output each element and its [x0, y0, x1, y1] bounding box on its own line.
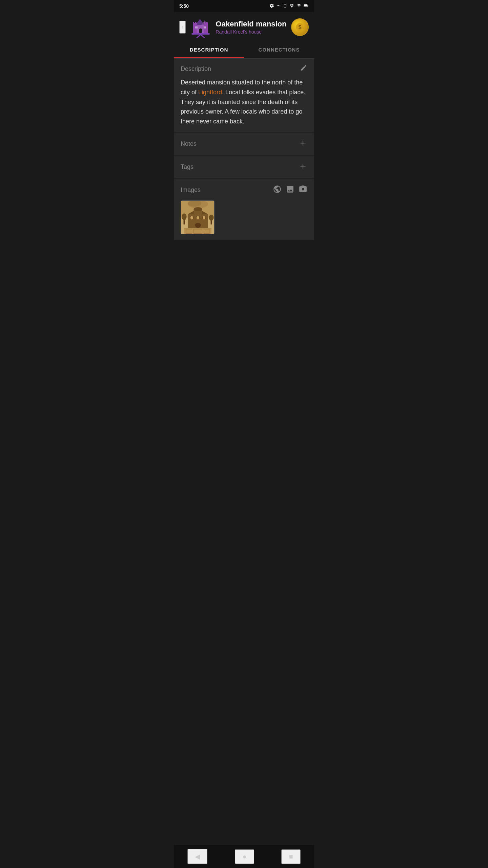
svg-rect-16	[206, 22, 207, 24]
svg-rect-35	[197, 216, 200, 220]
globe-icon[interactable]	[273, 185, 282, 196]
add-tag-icon[interactable]	[299, 162, 307, 173]
svg-line-22	[197, 35, 201, 38]
svg-point-44	[182, 213, 187, 220]
tags-section: Tags	[174, 156, 314, 178]
svg-rect-34	[190, 216, 194, 220]
images-title: Images	[181, 186, 201, 194]
svg-rect-36	[203, 216, 206, 220]
svg-rect-17	[207, 22, 208, 24]
svg-rect-12	[193, 22, 194, 24]
back-button[interactable]: ‹	[179, 21, 186, 34]
coin-button[interactable]: $	[291, 18, 309, 36]
page-title: Oakenfield mansion	[216, 20, 287, 28]
svg-rect-15	[204, 22, 205, 24]
tags-title: Tags	[181, 163, 194, 171]
description-title: Description	[181, 65, 211, 73]
tab-connections[interactable]: CONNECTIONS	[244, 42, 314, 58]
camera-icon[interactable]	[299, 185, 307, 196]
svg-text:$: $	[298, 24, 301, 30]
settings-icon	[269, 3, 274, 9]
battery-icon	[303, 3, 309, 9]
description-text: Deserted mansion situated to the north o…	[181, 78, 307, 126]
svg-rect-3	[284, 4, 286, 7]
tab-description[interactable]: DESCRIPTION	[174, 42, 244, 58]
add-note-icon[interactable]	[299, 139, 307, 150]
description-link[interactable]: Lightford	[198, 89, 222, 96]
svg-rect-20	[204, 26, 206, 28]
svg-point-33	[194, 207, 202, 211]
svg-rect-13	[195, 22, 196, 24]
images-header: Images	[181, 185, 307, 196]
signal-icon	[297, 3, 301, 9]
svg-point-46	[209, 215, 214, 221]
dots-icon	[276, 3, 281, 9]
svg-rect-19	[195, 26, 198, 28]
tags-header: Tags	[181, 162, 307, 173]
images-section: Images	[174, 179, 314, 240]
status-time: 5:50	[179, 3, 189, 9]
bottom-spacer	[174, 241, 314, 265]
page-subtitle: Randall Kreel's house	[216, 29, 287, 35]
svg-point-0	[277, 5, 278, 6]
svg-rect-14	[197, 22, 197, 24]
svg-rect-38	[184, 228, 211, 234]
svg-rect-4	[285, 4, 286, 4]
svg-rect-18	[199, 28, 202, 33]
svg-rect-6	[304, 5, 307, 6]
svg-line-23	[201, 35, 205, 38]
header-text: Oakenfield mansion Randall Kreel's house	[216, 20, 287, 35]
description-section: Description Deserted mansion situated to…	[174, 59, 314, 132]
svg-point-2	[280, 5, 280, 6]
clipboard-icon	[283, 3, 287, 9]
status-icons	[269, 3, 309, 9]
location-icon	[190, 16, 211, 38]
gallery-icon[interactable]	[286, 185, 294, 196]
tabs: DESCRIPTION CONNECTIONS	[174, 42, 314, 59]
svg-rect-37	[195, 223, 201, 228]
edit-icon[interactable]	[300, 64, 307, 74]
svg-rect-21	[191, 33, 210, 35]
notes-title: Notes	[181, 140, 197, 147]
notes-section: Notes	[174, 133, 314, 155]
images-action-icons	[273, 185, 307, 196]
status-bar: 5:50	[174, 0, 314, 12]
svg-point-1	[278, 5, 279, 6]
notes-header: Notes	[181, 139, 307, 150]
description-header: Description	[181, 64, 307, 74]
header: ‹	[174, 12, 314, 42]
wifi-icon	[289, 3, 294, 9]
main-content: Description Deserted mansion situated to…	[174, 59, 314, 240]
image-thumbnail[interactable]	[181, 200, 215, 234]
